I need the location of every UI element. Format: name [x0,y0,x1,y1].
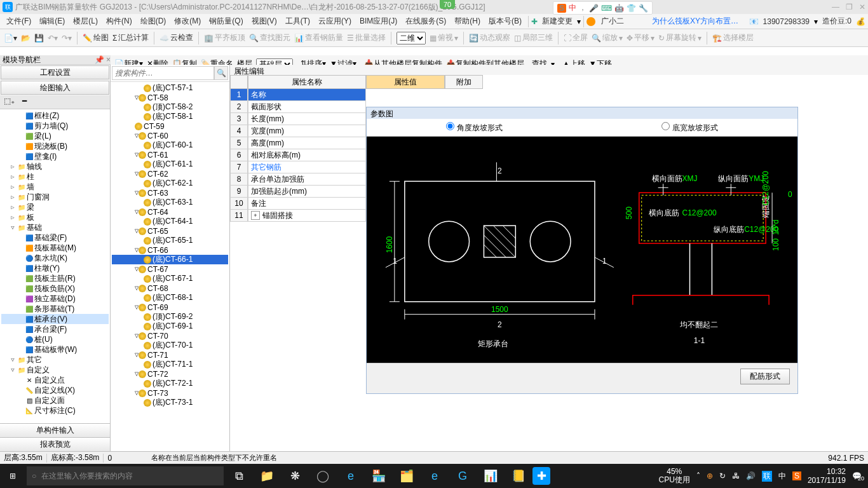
nav-tree-item[interactable]: 🟦基础梁(F) [1,233,109,243]
app-glodon-icon[interactable]: ✚ [532,467,550,485]
nav-tree-item[interactable]: ✕自定义点 [1,375,109,385]
open-file-button[interactable]: 📂 [21,34,31,43]
component-tree-item[interactable]: ▽CT-67 [112,264,228,274]
ime-skin-icon[interactable]: 👕 [627,4,636,13]
app-calc-icon[interactable]: 📊 [477,464,505,488]
menu-file[interactable]: 文件(F) [3,15,35,28]
pan-button[interactable]: ✥平移▾ [627,32,654,43]
nav-tree-item[interactable]: 🔵桩(U) [1,334,109,344]
component-tree-item[interactable]: (底)CT-69-1 [112,322,228,331]
app-g-icon[interactable]: G [449,464,477,488]
help-link[interactable]: 为什么筏板XY方向布置… [648,15,742,28]
app-edge-icon[interactable]: e [337,464,365,488]
ime-lang[interactable]: 中 [569,3,576,13]
nav-tree-item[interactable]: 🟦桩承台(V) [1,314,109,324]
width-slope-radio[interactable]: 底宽放坡形式 [661,122,717,133]
expand-all-tab[interactable]: ⬚₊ [0,95,18,109]
draw-input-button[interactable]: 绘图输入 [1,81,109,95]
zoom-button[interactable]: 🔍缩放▾ [592,32,623,43]
component-tree[interactable]: (底)CT-57-1▽CT-58(顶)CT-58-2(底)CT-58-1CT-5… [111,82,229,451]
nav-tree-item[interactable]: 🟩条形基础(T) [1,304,109,314]
angle-slope-radio[interactable]: 角度放坡形式 [446,122,502,133]
component-tree-item[interactable]: ▽CT-68 [112,283,228,293]
ime-robot-icon[interactable]: 🤖 [614,4,624,13]
restore-button[interactable]: ❐ [846,3,853,11]
component-tree-item[interactable]: (底)CT-70-1 [112,341,228,350]
task-view-button[interactable]: ⧉ [225,464,253,488]
menu-version[interactable]: 版本号(B) [485,15,526,28]
topview-button[interactable]: ▦俯视▾ [430,32,458,43]
nav-tree-item[interactable]: ▷📁柱 [1,172,109,182]
menu-bim[interactable]: BIM应用(J) [356,15,401,28]
app-explorer-icon[interactable]: 📁 [253,464,281,488]
component-tree-item[interactable]: (底)CT-71-1 [112,360,228,369]
menu-floor[interactable]: 楼层(L) [69,15,102,28]
nav-tree-item[interactable]: 🟩筏板主筋(R) [1,273,109,283]
search-input[interactable] [112,66,214,80]
component-tree-item[interactable]: ▽CT-69 [112,302,228,312]
ime-punct[interactable]: ， [579,3,587,13]
component-tree-item[interactable]: (底)CT-61-1 [112,159,228,169]
tray-cloud-icon[interactable]: ↻ [719,471,726,480]
nav-tree-item[interactable]: ▷📁梁 [1,202,109,212]
ime-bar[interactable]: S 中 ， 🎤 ⌨ 🤖 👕 🔧 [553,1,653,15]
component-tree-item[interactable]: (底)CT-67-1 [112,274,228,283]
cpu-meter[interactable]: 45%CPU使用 [659,468,690,484]
phone-label[interactable]: 13907298339 [759,16,813,27]
component-tree-item[interactable]: (底)CT-72-1 [112,379,228,388]
component-tree-item[interactable]: ▽CT-65 [112,226,228,236]
ime-voice-icon[interactable]: 🎤 [589,4,599,13]
col-value[interactable]: 属性值 [366,75,445,89]
component-tree-item[interactable]: ▽CT-66 [112,245,228,255]
ime-tools-icon[interactable]: 🔧 [639,4,648,13]
nav-tree-item[interactable]: ▽📁基础 [1,222,109,233]
app-fan-icon[interactable]: ❋ [281,464,309,488]
component-tree-item[interactable]: (底)CT-64-1 [112,217,228,226]
component-tree-item[interactable]: (顶)CT-58-2 [112,102,228,112]
nav-tree-item[interactable]: 📐尺寸标注(C) [1,405,109,416]
beans-label[interactable]: 造价豆:0 [818,15,855,28]
component-tree-item[interactable]: ▽CT-71 [112,350,228,360]
component-tree-item[interactable]: ▽CT-60 [112,131,228,140]
component-tree-item[interactable]: (顶)CT-69-2 [112,312,228,322]
user-label[interactable]: 广小二 [597,15,628,28]
nav-tree-item[interactable]: 🟦壁龛(I) [1,151,109,161]
search-button[interactable]: 🔍 [214,66,228,80]
nav-tree-item[interactable]: 📏自定义线(X) [1,385,109,395]
ime-keyboard-icon[interactable]: ⌨ [601,4,612,13]
rebar-form-button[interactable]: 配筋形式 [740,369,790,384]
tray-net-icon[interactable]: 🖧 [732,471,740,480]
nav-tree-item[interactable]: 🟦剪力墙(Q) [1,121,109,131]
nav-tree-item[interactable]: 🟩梁(L) [1,131,109,141]
app-files-icon[interactable]: 🗂️ [393,464,421,488]
batch-select-button[interactable]: ☰批量选择 [347,32,386,43]
project-settings-button[interactable]: 工程设置 [1,65,109,79]
taskbar-search[interactable]: ○ 在这里输入你要搜索的内容 [27,466,224,485]
app-note-icon[interactable]: 📒 [505,464,532,488]
nav-tree-item[interactable]: 🟦框柱(Z) [1,111,109,121]
component-tree-item[interactable]: ▽CT-58 [112,93,228,102]
component-tree-item[interactable]: (底)CT-58-1 [112,112,228,121]
find-element-button[interactable]: 🔍查找图元 [249,32,290,43]
component-tree-item[interactable]: (底)CT-57-1 [112,83,228,93]
menu-rebar[interactable]: 钢筋量(Q) [205,15,247,28]
component-tree-item[interactable]: (底)CT-60-1 [112,140,228,150]
undo-button[interactable]: ↶▾ [48,34,58,43]
col-addon[interactable]: 附加 [445,75,483,89]
nav-tree-item[interactable]: ▽📁其它 [1,355,109,365]
app-ie-icon[interactable]: e [421,464,449,488]
menu-tools[interactable]: 工具(T) [281,15,314,28]
flat-top-button[interactable]: 🏢平齐板顶 [204,32,245,43]
component-tree-item[interactable]: ▽CT-72 [112,369,228,379]
tray-ime-icon[interactable]: 中 [778,471,786,482]
tray-sogou-icon[interactable]: S [792,471,801,480]
redo-button[interactable]: ↷▾ [62,34,72,43]
minimize-button[interactable]: — [832,3,839,11]
clock[interactable]: 10:322017/11/19 [808,467,846,485]
nav-tree-item[interactable]: ▷📁门窗洞 [1,192,109,202]
component-tree-item[interactable]: ▽CT-73 [112,388,228,398]
component-tree-item[interactable]: ▽CT-62 [112,169,228,179]
draw-mode-button[interactable]: ✏️绘图 [83,32,109,43]
new-file-button[interactable]: 📄▾ [4,34,17,43]
new-change-button[interactable]: 新建变更 [538,15,576,28]
